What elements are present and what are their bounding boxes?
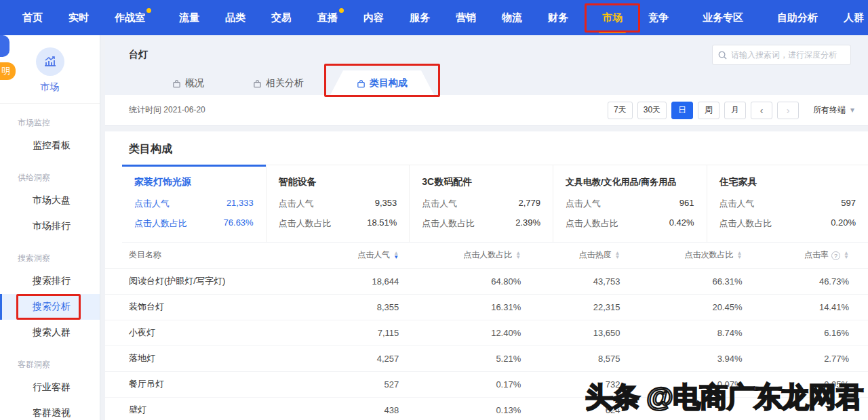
sidebar-item-crowd-perspective[interactable]: 客群透视: [0, 400, 100, 420]
metric-value: 21,333: [226, 198, 254, 210]
granularity-day-button[interactable]: 日: [671, 102, 693, 119]
sort-icon[interactable]: ▲▼: [844, 251, 849, 259]
analysis-tabs: 概况 相关分析 类目构成: [129, 69, 851, 96]
sort-icon[interactable]: ▲▼: [737, 251, 743, 259]
sidebar-item-market-ranking[interactable]: 市场排行: [0, 213, 100, 239]
category-card-lighting[interactable]: 家装灯饰光源 点击人气21,333 点击人数占比76.63%: [122, 165, 266, 242]
nav-label: 人群: [844, 12, 864, 24]
category-card-name: 智能设备: [279, 176, 397, 188]
nav-item-warroom[interactable]: 作战室: [102, 0, 158, 35]
nav-item-content[interactable]: 内容: [351, 0, 397, 35]
col-category-name: 类目名称: [105, 243, 319, 268]
nav-item-traffic[interactable]: 流量: [166, 0, 212, 35]
table-row[interactable]: 装饰台灯8,35516.31%22,31520.45%14.41%: [105, 294, 868, 320]
nav-item-trade[interactable]: 交易: [258, 0, 304, 35]
nav-label: 财务: [548, 12, 568, 24]
nav-label: 流量: [179, 12, 199, 24]
category-card-stationery[interactable]: 文具电教/文化用品/商务用品 点击人气961 点击人数占比0.42%: [553, 165, 707, 242]
sidebar-group-supply-insight: 供给洞察: [0, 159, 100, 188]
sidebar-item-label: 行业客群: [33, 381, 71, 392]
sidebar-item-search-crowd[interactable]: 搜索人群: [0, 320, 100, 345]
nav-label: 物流: [502, 12, 522, 24]
keyword-title: 台灯: [129, 49, 148, 61]
metric-label: 点击人数占比: [719, 217, 772, 230]
sidebar-item-market-overview[interactable]: 市场大盘: [0, 188, 100, 213]
terminal-select[interactable]: 所有终端 ▼: [813, 104, 856, 116]
nav-label: 市场: [602, 12, 623, 24]
table-header-row: 类目名称 点击人气▲▼ 点击人数占比▲▼ 点击热度▲▼ 点击次数占比▲▼ 点击率…: [105, 243, 868, 268]
sidebar-item-search-analysis[interactable]: 搜索分析: [0, 294, 100, 320]
filter-bar: 统计时间 2021-06-20 7天 30天 日 周 月 ‹ › 所有终端 ▼: [105, 95, 868, 126]
table-row[interactable]: 小夜灯7,11512.40%13,6508.74%6.16%: [105, 320, 868, 345]
metric-label: 点击人数占比: [134, 217, 187, 230]
tab-overview[interactable]: 概况: [149, 70, 227, 96]
nav-label: 自助分析: [777, 12, 818, 24]
category-card-3c-accessories[interactable]: 3C数码配件 点击人气2,779 点击人数占比2.39%: [409, 165, 553, 242]
metric-value: 9,353: [375, 198, 397, 210]
category-card-smart-device[interactable]: 智能设备 点击人气9,353 点击人数占比18.51%: [266, 165, 410, 242]
nav-item-logistics[interactable]: 物流: [489, 0, 535, 35]
nav-item-competition[interactable]: 竞争: [635, 0, 682, 35]
nav-label: 竞争: [648, 12, 669, 24]
range-30d-button[interactable]: 30天: [637, 102, 667, 119]
table-row[interactable]: 落地灯4,2575.21%8,5753.94%2.77%: [105, 345, 868, 371]
nav-item-home[interactable]: 首页: [9, 0, 56, 35]
sidebar-item-industry-crowd[interactable]: 行业客群: [0, 375, 100, 400]
stat-time: 统计时间 2021-06-20: [129, 104, 205, 116]
col-click-count-ratio[interactable]: 点击次数占比▲▼: [639, 243, 762, 268]
sidebar-item-monitor-board[interactable]: 监控看板: [0, 133, 100, 159]
help-icon[interactable]: ?: [831, 251, 840, 260]
top-nav: 首页 实时 作战室 流量 品类 交易 直播 内容 服务 营销 物流 财务 市场 …: [0, 0, 868, 35]
nav-label: 品类: [225, 12, 245, 24]
sidebar-item-search-ranking[interactable]: 搜索排行: [0, 268, 100, 294]
bag-icon: [172, 79, 181, 88]
sort-icon[interactable]: ▲▼: [393, 251, 399, 259]
metric-label: 点击人气: [134, 198, 170, 210]
nav-item-finance[interactable]: 财务: [535, 0, 581, 35]
col-click-rate[interactable]: 点击率?▲▼: [762, 243, 868, 268]
metric-value: 0.42%: [669, 217, 694, 230]
nav-item-realtime[interactable]: 实时: [56, 0, 102, 35]
next-date-button[interactable]: ›: [777, 102, 799, 119]
nav-item-live[interactable]: 直播: [304, 0, 351, 35]
terminal-label: 所有终端: [813, 104, 846, 116]
category-card-name: 家装灯饰光源: [134, 176, 254, 188]
category-card-home-furniture[interactable]: 住宅家具 点击人气597 点击人数占比0.20%: [707, 165, 868, 242]
floating-tag[interactable]: 明: [0, 62, 16, 80]
nav-item-business-zone[interactable]: 业务专区: [690, 0, 756, 35]
nav-item-crowd[interactable]: 人群: [831, 0, 868, 35]
tab-label: 相关分析: [266, 77, 304, 89]
nav-item-service[interactable]: 服务: [397, 0, 443, 35]
granularity-month-button[interactable]: 月: [724, 102, 746, 119]
col-click-heat[interactable]: 点击热度▲▼: [540, 243, 639, 268]
metric-value: 597: [841, 198, 856, 210]
notification-dot: [339, 8, 344, 13]
tab-related-analysis[interactable]: 相关分析: [230, 70, 327, 96]
sort-icon[interactable]: ▲▼: [515, 251, 521, 259]
metric-value: 76.63%: [224, 217, 254, 230]
chevron-down-icon: ▼: [849, 106, 856, 114]
tab-label: 概况: [185, 77, 204, 89]
sidebar-group-search-insight: 搜索洞察: [0, 239, 100, 268]
sort-icon[interactable]: ▲▼: [615, 251, 620, 259]
nav-item-marketing[interactable]: 营销: [443, 0, 489, 35]
range-7d-button[interactable]: 7天: [608, 102, 633, 119]
sidebar-item-label: 搜索排行: [33, 275, 71, 286]
col-click-user-ratio[interactable]: 点击人数占比▲▼: [418, 243, 540, 268]
nav-item-self-analysis[interactable]: 自助分析: [764, 0, 831, 35]
search-input[interactable]: [731, 50, 845, 60]
col-click-popularity[interactable]: 点击人气▲▼: [319, 243, 418, 268]
nav-item-category[interactable]: 品类: [212, 0, 258, 35]
nav-item-market[interactable]: 市场: [589, 0, 635, 35]
stat-time-value: 2021-06-20: [163, 105, 205, 114]
granularity-week-button[interactable]: 周: [698, 102, 719, 119]
assistant-widget-icon[interactable]: [0, 35, 9, 57]
sidebar-item-label: 搜索人群: [33, 327, 71, 337]
category-card-name: 住宅家具: [719, 176, 856, 188]
search-box[interactable]: [712, 45, 851, 65]
prev-date-button[interactable]: ‹: [751, 102, 772, 119]
nav-label: 实时: [68, 12, 89, 24]
section-gap: [105, 126, 868, 131]
tab-category-composition[interactable]: 类目构成: [330, 70, 435, 96]
table-row[interactable]: 阅读台灯(护眼灯/写字灯)18,64464.80%43,75366.31%46.…: [105, 268, 868, 294]
